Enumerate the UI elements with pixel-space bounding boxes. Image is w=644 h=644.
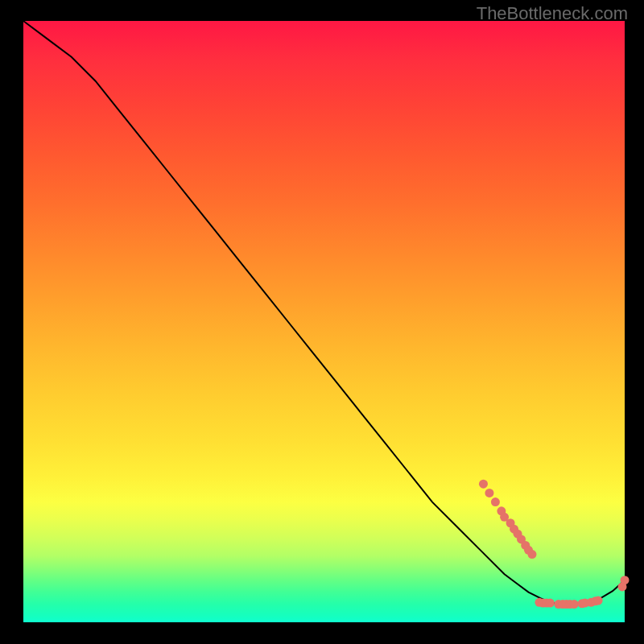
chart-plot-area xyxy=(23,21,625,622)
data-marker xyxy=(485,489,493,497)
data-marker xyxy=(479,480,488,489)
data-marker xyxy=(491,497,500,506)
data-marker xyxy=(594,597,603,605)
data-marker xyxy=(621,576,630,584)
data-marker xyxy=(527,550,536,559)
data-marker xyxy=(570,600,579,609)
chart-svg xyxy=(23,21,625,622)
data-marker xyxy=(546,599,555,608)
bottleneck-curve-line xyxy=(23,21,625,605)
marker-group xyxy=(479,480,630,609)
watermark-text: TheBottleneck.com xyxy=(477,3,628,24)
